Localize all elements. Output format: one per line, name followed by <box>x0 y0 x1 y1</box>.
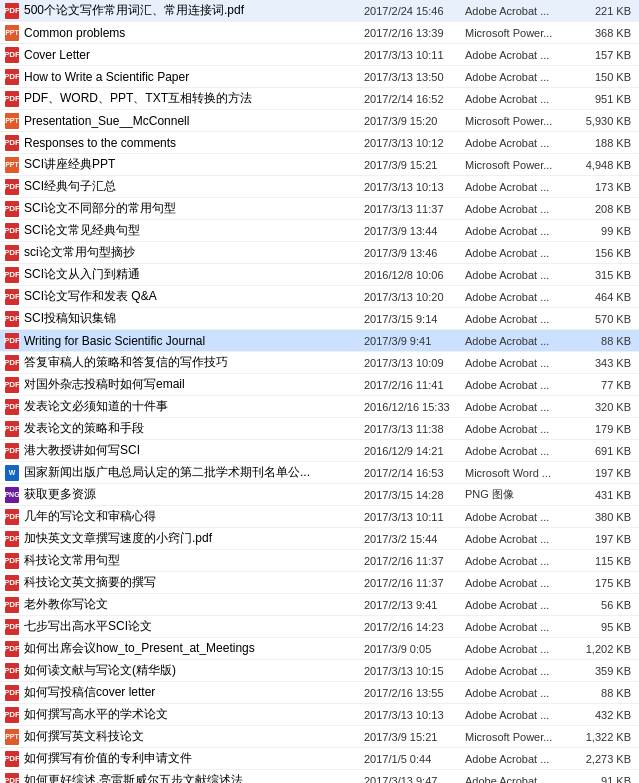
table-row[interactable]: PDF科技论文英文摘要的撰写2017/2/16 11:37Adobe Acrob… <box>0 572 639 594</box>
file-type: Adobe Acrobat ... <box>465 203 575 215</box>
table-row[interactable]: PDF如何写投稿信cover letter2017/2/16 13:55Adob… <box>0 682 639 704</box>
file-size: 1,202 KB <box>575 643 635 655</box>
file-date: 2017/3/15 14:28 <box>360 489 465 501</box>
pdf-icon: PDF <box>4 267 20 283</box>
file-name: 如何写投稿信cover letter <box>24 684 360 701</box>
file-type: Adobe Acrobat ... <box>465 357 575 369</box>
ppt-icon: PPT <box>4 113 20 129</box>
table-row[interactable]: PDFSCI论文常见经典句型2017/3/9 13:44Adobe Acroba… <box>0 220 639 242</box>
file-name: Cover Letter <box>24 48 360 62</box>
file-date: 2017/3/9 15:20 <box>360 115 465 127</box>
file-size: 157 KB <box>575 49 635 61</box>
table-row[interactable]: PPTSCI讲座经典PPT2017/3/9 15:21Microsoft Pow… <box>0 154 639 176</box>
file-size: 359 KB <box>575 665 635 677</box>
file-size: 99 KB <box>575 225 635 237</box>
file-size: 197 KB <box>575 533 635 545</box>
file-date: 2017/1/5 0:44 <box>360 753 465 765</box>
pdf-icon: PDF <box>4 443 20 459</box>
table-row[interactable]: PDFHow to Write a Scientific Paper2017/3… <box>0 66 639 88</box>
file-size: 175 KB <box>575 577 635 589</box>
table-row[interactable]: PDFSCI经典句子汇总2017/3/13 10:13Adobe Acrobat… <box>0 176 639 198</box>
file-date: 2017/3/13 10:15 <box>360 665 465 677</box>
table-row[interactable]: PDF如何读文献与写论文(精华版)2017/3/13 10:15Adobe Ac… <box>0 660 639 682</box>
pdf-icon: PDF <box>4 3 20 19</box>
table-row[interactable]: PDF几年的写论文和审稿心得2017/3/13 10:11Adobe Acrob… <box>0 506 639 528</box>
file-date: 2017/3/13 10:12 <box>360 137 465 149</box>
file-name: 港大教授讲如何写SCI <box>24 442 360 459</box>
file-date: 2017/2/16 13:55 <box>360 687 465 699</box>
file-size: 173 KB <box>575 181 635 193</box>
file-size: 56 KB <box>575 599 635 611</box>
file-date: 2017/3/9 13:44 <box>360 225 465 237</box>
table-row[interactable]: PDF港大教授讲如何写SCI2016/12/9 14:21Adobe Acrob… <box>0 440 639 462</box>
file-name: Common problems <box>24 26 360 40</box>
file-type: Adobe Acrobat ... <box>465 401 575 413</box>
file-size: 951 KB <box>575 93 635 105</box>
table-row[interactable]: PDF发表论文的策略和手段2017/3/13 11:38Adobe Acroba… <box>0 418 639 440</box>
table-row[interactable]: PDFCover Letter2017/3/13 10:11Adobe Acro… <box>0 44 639 66</box>
table-row[interactable]: PDF七步写出高水平SCI论文2017/2/16 14:23Adobe Acro… <box>0 616 639 638</box>
file-date: 2017/3/13 10:11 <box>360 49 465 61</box>
file-date: 2017/2/14 16:52 <box>360 93 465 105</box>
file-date: 2017/3/9 15:21 <box>360 731 465 743</box>
file-name: 老外教你写论文 <box>24 596 360 613</box>
file-size: 208 KB <box>575 203 635 215</box>
file-size: 691 KB <box>575 445 635 457</box>
table-row[interactable]: PDF对国外杂志投稿时如何写email2017/2/16 11:41Adobe … <box>0 374 639 396</box>
table-row[interactable]: PDFWriting for Basic Scientific Journal2… <box>0 330 639 352</box>
table-row[interactable]: PPTCommon problems2017/2/16 13:39Microso… <box>0 22 639 44</box>
file-date: 2016/12/16 15:33 <box>360 401 465 413</box>
file-size: 115 KB <box>575 555 635 567</box>
table-row[interactable]: PDF如何撰写高水平的学术论文2017/3/13 10:13Adobe Acro… <box>0 704 639 726</box>
file-size: 4,948 KB <box>575 159 635 171</box>
file-size: 464 KB <box>575 291 635 303</box>
file-date: 2017/3/9 15:21 <box>360 159 465 171</box>
table-row[interactable]: PDFSCI论文写作和发表 Q&A2017/3/13 10:20Adobe Ac… <box>0 286 639 308</box>
table-row[interactable]: PPTPresentation_Sue__McConnell2017/3/9 1… <box>0 110 639 132</box>
file-date: 2017/3/9 9:41 <box>360 335 465 347</box>
file-type: Adobe Acrobat ... <box>465 621 575 633</box>
file-date: 2017/3/13 10:13 <box>360 181 465 193</box>
table-row[interactable]: PDF如何出席会议how_to_Present_at_Meetings2017/… <box>0 638 639 660</box>
file-type: Adobe Acrobat ... <box>465 247 575 259</box>
table-row[interactable]: PDFSCI投稿知识集锦2017/3/15 9:14Adobe Acrobat … <box>0 308 639 330</box>
file-name: 几年的写论文和审稿心得 <box>24 508 360 525</box>
table-row[interactable]: PDF500个论文写作常用词汇、常用连接词.pdf2017/2/24 15:46… <box>0 0 639 22</box>
pdf-icon: PDF <box>4 311 20 327</box>
file-size: 368 KB <box>575 27 635 39</box>
file-name: 七步写出高水平SCI论文 <box>24 618 360 635</box>
pdf-icon: PDF <box>4 47 20 63</box>
file-type: Adobe Acrobat ... <box>465 335 575 347</box>
file-date: 2017/3/15 9:14 <box>360 313 465 325</box>
file-type: Adobe Acrobat ... <box>465 643 575 655</box>
file-type: Adobe Acrobat ... <box>465 5 575 17</box>
file-type: PNG 图像 <box>465 487 575 502</box>
file-size: 343 KB <box>575 357 635 369</box>
pdf-icon: PDF <box>4 685 20 701</box>
table-row[interactable]: PDF发表论文必须知道的十件事2016/12/16 15:33Adobe Acr… <box>0 396 639 418</box>
table-row[interactable]: PDF如何撰写有价值的专利申请文件2017/1/5 0:44Adobe Acro… <box>0 748 639 770</box>
table-row[interactable]: PDF科技论文常用句型2017/2/16 11:37Adobe Acrobat … <box>0 550 639 572</box>
file-type: Adobe Acrobat ... <box>465 599 575 611</box>
file-date: 2017/2/16 11:41 <box>360 379 465 391</box>
pdf-icon: PDF <box>4 245 20 261</box>
file-type: Adobe Acrobat ... <box>465 775 575 784</box>
table-row[interactable]: PDF如何更好综述,亮雷斯威尔五步文献综述法2017/3/13 9:47Adob… <box>0 770 639 783</box>
file-name: 如何撰写英文科技论文 <box>24 728 360 745</box>
table-row[interactable]: PDF加快英文文章撰写速度的小窍门.pdf2017/3/2 15:44Adobe… <box>0 528 639 550</box>
file-size: 197 KB <box>575 467 635 479</box>
table-row[interactable]: W国家新闻出版广电总局认定的第二批学术期刊名单公...2017/2/14 16:… <box>0 462 639 484</box>
table-row[interactable]: PDFsci论文常用句型摘抄2017/3/9 13:46Adobe Acroba… <box>0 242 639 264</box>
file-type: Adobe Acrobat ... <box>465 269 575 281</box>
png-icon: PNG <box>4 487 20 503</box>
file-size: 221 KB <box>575 5 635 17</box>
table-row[interactable]: PPT如何撰写英文科技论文2017/3/9 15:21Microsoft Pow… <box>0 726 639 748</box>
table-row[interactable]: PDFPDF、WORD、PPT、TXT互相转换的方法2017/2/14 16:5… <box>0 88 639 110</box>
table-row[interactable]: PDFSCI论文不同部分的常用句型2017/3/13 11:37Adobe Ac… <box>0 198 639 220</box>
file-date: 2017/3/13 11:37 <box>360 203 465 215</box>
table-row[interactable]: PDF老外教你写论文2017/2/13 9:41Adobe Acrobat ..… <box>0 594 639 616</box>
table-row[interactable]: PDF答复审稿人的策略和答复信的写作技巧2017/3/13 10:09Adobe… <box>0 352 639 374</box>
table-row[interactable]: PNG获取更多资源2017/3/15 14:28PNG 图像431 KB <box>0 484 639 506</box>
table-row[interactable]: PDFResponses to the comments2017/3/13 10… <box>0 132 639 154</box>
table-row[interactable]: PDFSCI论文从入门到精通2016/12/8 10:06Adobe Acrob… <box>0 264 639 286</box>
